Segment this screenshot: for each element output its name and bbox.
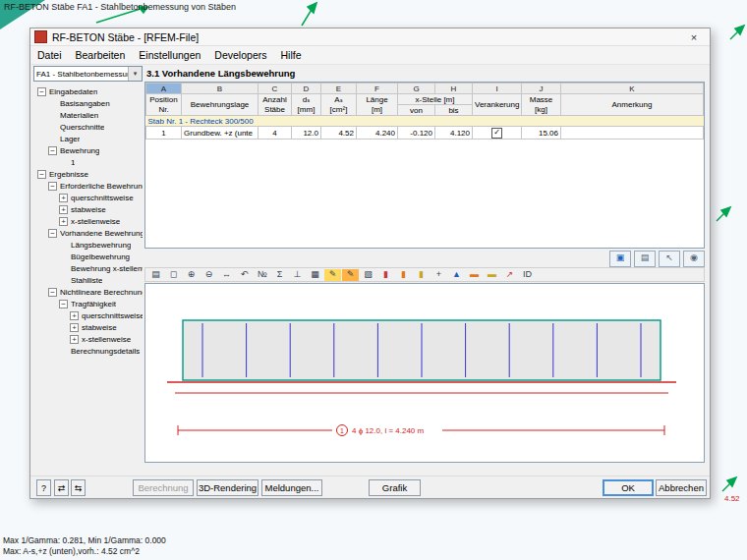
tree-item-erf-stabweise[interactable]: +stabweise [33,203,143,215]
verankerung-checkbox[interactable]: ✓ [491,128,502,139]
menu-bearbeiten[interactable]: Bearbeiten [69,47,133,63]
design-case-selector[interactable]: FA1 - Stahlbetonbemessung vo ▾ [33,66,143,82]
tree-item-bewehrung[interactable]: −Bewehrung [33,144,143,156]
collapse-icon[interactable]: − [48,288,57,297]
tree-item-berechnungsdetails[interactable]: Berechnungsdetails [33,345,143,357]
tree-item-basisangaben[interactable]: Basisangaben [33,97,143,109]
collapse-icon[interactable]: − [48,182,57,191]
zoom-window-icon[interactable]: ◻ [165,269,182,281]
tree-item-eingabedaten[interactable]: −Eingabedaten [33,85,143,97]
rf-beton-dialog: RF-BETON Stäbe - [RFEM-File] × Datei Bea… [29,28,711,499]
close-icon[interactable]: × [682,31,706,43]
cell-position-nr[interactable]: 1 [146,127,182,140]
tree-item-materialien[interactable]: Materialien [33,109,143,121]
collapse-icon[interactable]: − [37,170,46,179]
move-view-icon[interactable]: ↔ [218,269,235,281]
menu-einstellungen[interactable]: Einstellungen [132,47,207,63]
tree-item-bewehrung-1[interactable]: 1 [33,156,143,168]
collapse-icon[interactable]: − [48,146,57,155]
tree-item-bewehrung-x-stellenweise[interactable]: Bewehrung x-stellenweise [33,262,143,274]
chevron-down-icon[interactable]: ▾ [128,67,142,81]
cell-as[interactable]: 4.52 [321,127,357,140]
cell-bewehrungslage[interactable]: Grundbew. +z (unte [182,127,259,140]
view-toggle-button[interactable]: ⇆ [71,479,86,496]
grafik-button[interactable]: Grafik [369,479,421,496]
tree-item-nl-x-stellenweise[interactable]: +x-stellenweise [33,333,143,345]
expand-icon[interactable]: + [59,205,68,214]
tree-item-stahlliste[interactable]: Stahlliste [33,274,143,286]
longitudinal-bar-icon[interactable]: ▬ [466,269,483,281]
cell-ds[interactable]: 12.0 [292,127,321,140]
ok-button[interactable]: OK [603,479,654,496]
display-properties-icon[interactable]: ✎ [324,269,341,281]
tree-item-querschnitte[interactable]: Querschnitte [33,121,143,133]
print-graphic-button[interactable]: ▤ [634,251,656,267]
expand-icon[interactable]: + [70,335,79,344]
collapse-icon[interactable]: − [59,300,68,308]
section-rear-icon[interactable]: ▮ [413,269,430,281]
cell-von[interactable]: -0.120 [398,127,435,140]
tree-item-lager[interactable]: Lager [33,133,143,144]
cell-laenge[interactable]: 4.240 [357,127,398,140]
tree-item-erf-querschnittsweise[interactable]: +querschnittsweise [33,192,143,203]
table-row: 1 Grundbew. +z (unte 4 12.0 4.52 4.240 -… [146,127,704,140]
app-icon [34,30,47,43]
tree-item-tragfaehigkeit[interactable]: −Tragfähigkeit [33,298,143,309]
tree-item-ergebnisse[interactable]: −Ergebnisse [33,168,143,180]
graphic-panel-button[interactable]: ▣ [609,251,631,267]
collapse-icon[interactable]: − [37,87,46,96]
header-masse: Masse [kg] [522,94,561,116]
zoom-out-icon[interactable]: ⊖ [201,269,217,281]
tree-item-laengsbewehrung[interactable]: Längsbewehrung [33,239,143,251]
tree-item-vorhandene-bewehrung[interactable]: −Vorhandene Bewehrung [33,227,143,239]
visibility-button[interactable]: ◉ [683,251,705,267]
expand-icon[interactable]: + [70,323,79,332]
edit-reinforcement-icon[interactable]: ✎ [342,269,359,281]
rendering-button[interactable]: 3D-Rendering [197,479,259,496]
tree-item-erforderliche-bewehrung[interactable]: −Erforderliche Bewehrung [33,180,143,192]
abbrechen-button[interactable]: Abbrechen [656,479,707,496]
meldungen-button[interactable]: Meldungen... [261,479,322,496]
tree-item-nl-stabweise[interactable]: +stabweise [33,321,143,333]
collapse-icon[interactable]: − [48,229,57,238]
tree-item-erf-x-stellenweise[interactable]: +x-stellenweise [33,215,143,227]
panel-toggle-button[interactable]: ⇄ [54,479,69,496]
cell-anmerkung[interactable] [561,127,704,140]
section-mid-icon[interactable]: ▮ [395,269,412,281]
cell-anzahl[interactable]: 4 [259,127,292,140]
table-side-buttons: ▣▤↖◉ [144,251,705,266]
previous-view-icon[interactable]: ↶ [236,269,253,281]
annotation-number: 1 [340,427,344,434]
tree-item-nichtlineare-berechnung[interactable]: −Nichtlineare Berechnung [33,286,143,298]
show-grid-icon[interactable]: ▦ [307,269,323,281]
graphic-panel[interactable]: 1 4 ϕ 12.0, l = 4.240 m [144,283,705,463]
cell-masse[interactable]: 15.06 [522,127,561,140]
expand-icon[interactable]: + [59,194,68,202]
section-front-icon[interactable]: ▮ [377,269,394,281]
tree-item-label: Eingabedaten [49,87,97,96]
supports-icon[interactable]: ▲ [448,269,465,281]
local-axes-icon[interactable]: + [431,269,447,281]
header-laenge: Länge [m] [357,94,398,116]
zoom-in-icon[interactable]: ⊕ [183,269,200,281]
column-letter-g: G [398,84,435,94]
help-button[interactable]: ? [36,479,51,496]
expand-icon[interactable]: + [59,217,68,226]
stirrup-bar-icon[interactable]: ▬ [484,269,500,281]
tree-item-buegelbewehrung[interactable]: Bügelbewehrung [33,251,143,262]
result-arrow-icon[interactable]: ↗ [501,269,518,281]
menu-developers[interactable]: Developers [207,47,273,63]
print-icon[interactable]: ▤ [147,269,164,281]
expand-icon[interactable]: + [70,311,79,320]
show-axes-icon[interactable]: ⊥ [289,269,306,281]
color-scale-icon[interactable]: ▧ [360,269,376,281]
id-icon[interactable]: ID [519,269,536,281]
menu-datei[interactable]: Datei [30,47,69,63]
menu-hilfe[interactable]: Hilfe [273,47,308,63]
pick-object-button[interactable]: ↖ [659,251,680,267]
dialog-titlebar[interactable]: RF-BETON Stäbe - [RFEM-File] × [30,28,710,46]
tree-item-nl-querschnittsweise[interactable]: +querschnittsweise [33,309,143,321]
numbering-icon[interactable]: № [254,269,270,281]
show-values-icon[interactable]: Σ [271,269,288,281]
cell-bis[interactable]: 4.120 [435,127,473,140]
